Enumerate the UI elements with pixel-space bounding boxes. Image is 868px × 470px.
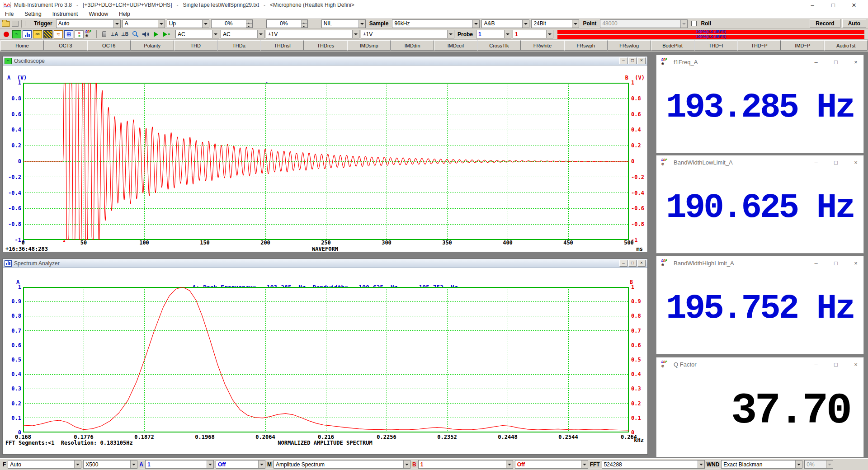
- chevron-down-icon[interactable]: [113, 20, 120, 28]
- chevron-down-icon[interactable]: [546, 30, 553, 38]
- chevron-down-icon[interactable]: [257, 30, 264, 38]
- chevron-down-icon[interactable]: [522, 20, 529, 28]
- record-button[interactable]: Record: [810, 19, 840, 28]
- restore-button[interactable]: □: [628, 260, 637, 267]
- tab-frswph[interactable]: FRswph: [564, 40, 608, 51]
- close-button[interactable]: ×: [853, 59, 859, 66]
- maximize-button[interactable]: □: [833, 260, 839, 267]
- probe-b-select[interactable]: 1: [513, 30, 553, 38]
- tab-frwhite[interactable]: FRwhite: [521, 40, 564, 51]
- channel-b-view-select[interactable]: 1: [418, 460, 513, 469]
- waveform-plot[interactable]: [23, 83, 629, 240]
- ddp-panel-titlebar[interactable]: DDP⊕ BandWidthLowLimit_A – □ ×: [656, 155, 863, 169]
- tab-thdnsl[interactable]: THDnsl: [260, 40, 304, 51]
- spin-down-icon[interactable]: [246, 24, 252, 28]
- zero-channel-a-icon[interactable]: ⊥A: [110, 30, 119, 38]
- display-mode-select[interactable]: Amplitude Spectrum: [274, 460, 410, 469]
- data-logger-icon[interactable]: ≈: [54, 30, 63, 38]
- tab-oct3[interactable]: OCT3: [44, 40, 87, 51]
- chevron-down-icon[interactable]: [447, 30, 454, 38]
- calibration-icon[interactable]: [99, 30, 108, 38]
- spectrum-analyzer-titlebar[interactable]: Spectrum Analyzer – □ ×: [3, 259, 647, 268]
- tab-thd[interactable]: THD: [174, 40, 217, 51]
- oscilloscope-icon[interactable]: ~: [12, 30, 21, 38]
- minimize-button[interactable]: –: [813, 361, 819, 368]
- chevron-down-icon[interactable]: [506, 461, 513, 468]
- oscilloscope-titlebar[interactable]: ~ Oscilloscope – □ ×: [3, 56, 647, 66]
- window-minimize-button[interactable]: –: [802, 2, 823, 9]
- channel-b-option-select[interactable]: Off: [515, 460, 588, 469]
- chevron-down-icon[interactable]: [795, 461, 802, 468]
- chevron-down-icon[interactable]: [504, 30, 511, 38]
- chevron-down-icon[interactable]: [130, 461, 137, 468]
- close-button[interactable]: ×: [853, 361, 859, 368]
- menu-file[interactable]: File: [5, 11, 14, 17]
- menu-instrument[interactable]: Instrument: [52, 11, 78, 17]
- sample-bits-select[interactable]: 24Bit: [531, 19, 579, 28]
- tab-home[interactable]: Home: [0, 40, 44, 51]
- spectrum-plot[interactable]: [23, 287, 629, 432]
- minimize-button[interactable]: –: [813, 59, 819, 66]
- save-file-icon[interactable]: [12, 21, 19, 27]
- trigger-hpf-select[interactable]: NIL: [321, 19, 366, 28]
- chevron-down-icon[interactable]: [698, 461, 704, 468]
- tab-imd-p[interactable]: IMD~P: [781, 40, 824, 51]
- menu-help[interactable]: Help: [119, 11, 130, 17]
- maximize-button[interactable]: □: [833, 361, 839, 368]
- ddp-panel-titlebar[interactable]: DDP⊕ Q Factor – □ ×: [656, 357, 863, 371]
- tab-crosstlk[interactable]: CrossTlk: [477, 40, 521, 51]
- window-close-button[interactable]: ✕: [844, 2, 864, 9]
- derived-signal-icon[interactable]: ≈≈: [75, 30, 84, 38]
- tab-thda[interactable]: THDa: [217, 40, 261, 51]
- range-a-select[interactable]: ±1V: [266, 30, 359, 38]
- restore-button[interactable]: □: [628, 57, 637, 64]
- roll-checkbox[interactable]: [691, 21, 697, 26]
- ddp-panel-titlebar[interactable]: DDP⊕ BandWidthHighLimit_A – □ ×: [656, 256, 863, 270]
- trigger-edge-select[interactable]: Up: [167, 19, 209, 28]
- spin-up-icon[interactable]: [301, 20, 307, 24]
- close-button[interactable]: ×: [853, 260, 859, 267]
- window-function-select[interactable]: Exact Blackman: [721, 460, 802, 469]
- tab-imddin[interactable]: IMDdin: [391, 40, 434, 51]
- coupling-b-select[interactable]: AC: [221, 30, 264, 38]
- minimize-button[interactable]: –: [813, 159, 819, 166]
- coupling-a-select[interactable]: AC: [175, 30, 219, 38]
- fft-size-select[interactable]: 524288: [602, 460, 705, 469]
- menu-setting[interactable]: Setting: [24, 11, 41, 17]
- tab-thdres[interactable]: THDres: [304, 40, 347, 51]
- chevron-down-icon[interactable]: [258, 461, 265, 468]
- chevron-down-icon[interactable]: [352, 30, 359, 38]
- maximize-button[interactable]: □: [833, 159, 839, 166]
- chevron-down-icon[interactable]: [572, 20, 579, 28]
- chevron-down-icon[interactable]: [158, 20, 165, 28]
- chevron-down-icon[interactable]: [472, 20, 479, 28]
- sample-channels-select[interactable]: A&B: [481, 19, 529, 28]
- chevron-down-icon[interactable]: [74, 461, 81, 468]
- frequency-mode-select[interactable]: Auto: [8, 460, 81, 469]
- maximize-button[interactable]: □: [833, 59, 839, 66]
- overlap-select[interactable]: 0%: [804, 460, 833, 469]
- trigger-time-marker[interactable]: ▲: [62, 239, 66, 243]
- window-maximize-button[interactable]: □: [823, 2, 844, 9]
- close-button[interactable]: ×: [853, 159, 859, 166]
- tab-frswlog[interactable]: FRswlog: [608, 40, 651, 51]
- spin-down-icon[interactable]: [301, 24, 307, 28]
- trigger-level-spinner[interactable]: 0%: [211, 19, 253, 28]
- chevron-down-icon[interactable]: [207, 461, 213, 468]
- probe-a-select[interactable]: 1: [476, 30, 511, 38]
- zoom-factor-select[interactable]: X500: [83, 460, 137, 469]
- channel-a-view-select[interactable]: 1: [145, 460, 214, 469]
- multimeter-icon[interactable]: 00: [33, 30, 42, 38]
- chevron-down-icon[interactable]: [202, 20, 209, 28]
- tab-imdccif[interactable]: IMDccif: [434, 40, 477, 51]
- tab-bodeplot[interactable]: BodePlot: [651, 40, 694, 51]
- device-test-plan-icon[interactable]: ⊞: [64, 30, 73, 38]
- ddp-panel-titlebar[interactable]: DDP⊕ f1Freq_A – □ ×: [656, 55, 863, 69]
- run-with-generator-icon[interactable]: »: [162, 30, 171, 38]
- open-file-icon[interactable]: [2, 21, 10, 27]
- close-button[interactable]: ×: [637, 260, 646, 267]
- chevron-down-icon[interactable]: [403, 461, 410, 468]
- tab-thd-p[interactable]: THD~P: [737, 40, 781, 51]
- spectrum-3d-plot-icon[interactable]: [43, 30, 52, 38]
- range-b-select[interactable]: ±1V: [361, 30, 454, 38]
